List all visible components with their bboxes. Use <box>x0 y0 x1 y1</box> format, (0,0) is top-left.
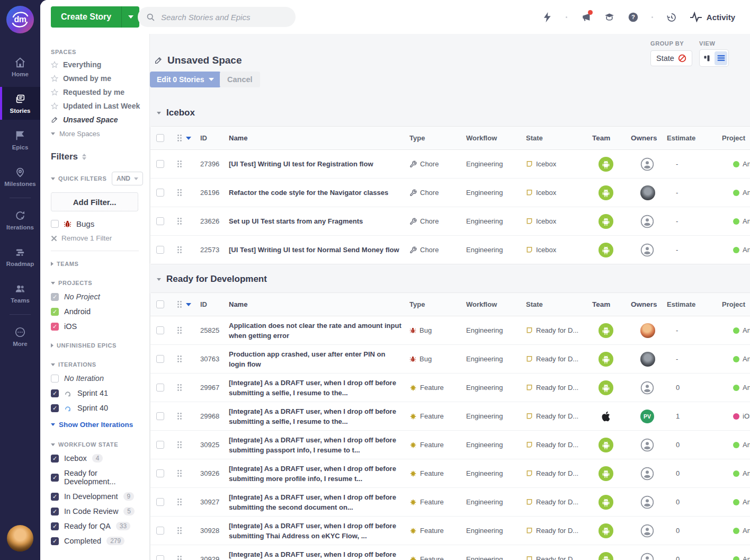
android-team-avatar[interactable] <box>599 552 613 560</box>
column-sort-handle[interactable] <box>169 134 194 143</box>
teams-section-toggle[interactable]: TEAMS <box>51 261 149 267</box>
column-header-name[interactable]: Name <box>225 133 407 143</box>
column-header-workflow[interactable]: Workflow <box>463 300 523 308</box>
create-story-button[interactable]: Create Story <box>51 6 121 28</box>
story-team[interactable] <box>590 352 630 367</box>
story-row[interactable]: 29967[Integrate] As a DRAFT user, when I… <box>150 374 750 402</box>
space-item-unsaved-space[interactable]: Unsaved Space <box>51 115 149 124</box>
story-row[interactable]: 30763Production app crashed, user after … <box>150 345 750 374</box>
story-owners[interactable] <box>630 381 667 395</box>
rail-item-iterations[interactable]: Iterations <box>0 203 40 236</box>
drag-handle[interactable] <box>169 497 194 506</box>
user-avatar[interactable] <box>7 525 33 552</box>
space-item-everything[interactable]: Everything <box>51 60 149 69</box>
story-team[interactable] <box>590 157 630 172</box>
row-checkbox[interactable] <box>156 469 164 477</box>
column-header-team[interactable]: Team <box>590 300 630 308</box>
owner-avatar-photo[interactable] <box>640 352 655 367</box>
story-team[interactable] <box>590 552 630 560</box>
story-name-link[interactable]: [Integrate] As a DRAFT user, when I drop… <box>225 521 407 541</box>
story-team[interactable] <box>590 410 630 423</box>
row-checkbox[interactable] <box>156 441 164 449</box>
column-header-project[interactable]: Project <box>721 300 750 308</box>
project-filter-ios[interactable]: ✓iOS <box>51 322 149 331</box>
bugs-checkbox[interactable] <box>51 220 59 228</box>
help-icon[interactable]: ? <box>628 12 639 23</box>
checkbox[interactable]: ✓ <box>51 308 59 316</box>
android-team-avatar[interactable] <box>599 214 613 229</box>
history-icon[interactable] <box>666 12 677 23</box>
drag-handle[interactable] <box>169 526 194 535</box>
space-item-owned-by-me[interactable]: Owned by me <box>51 74 149 83</box>
checkbox[interactable]: ✓ <box>51 537 59 545</box>
apple-team-avatar[interactable] <box>599 410 613 423</box>
view-list-button[interactable] <box>715 51 727 65</box>
story-row[interactable]: 29968[Integrate] As a DRAFT user, when I… <box>150 402 750 431</box>
workflow-filter-ready-for-qa[interactable]: ✓Ready for QA33 <box>51 522 149 530</box>
row-checkbox[interactable] <box>156 527 164 535</box>
owner-avatar-unassigned[interactable] <box>640 243 654 257</box>
column-sort-handle[interactable] <box>169 300 194 309</box>
row-checkbox[interactable] <box>156 412 164 420</box>
column-header-state[interactable]: State <box>523 300 590 308</box>
story-name-link[interactable]: [Integrate] As a DRAFT user, when I drop… <box>225 464 407 484</box>
column-header-type[interactable]: Type <box>407 134 463 142</box>
story-team[interactable] <box>590 380 630 395</box>
story-team[interactable] <box>590 466 630 481</box>
android-team-avatar[interactable] <box>599 495 613 510</box>
story-row[interactable]: 30928[Integrate] As a DRAFT user, when I… <box>150 517 750 545</box>
workflow-filter-completed[interactable]: ✓Completed279 <box>51 537 149 545</box>
quick-filters-heading[interactable]: QUICK FILTERS <box>51 175 106 182</box>
pencil-icon[interactable] <box>154 56 163 65</box>
checkbox[interactable] <box>51 375 59 383</box>
rail-item-home[interactable]: Home <box>0 50 40 83</box>
row-checkbox[interactable] <box>156 355 164 363</box>
column-header-project[interactable]: Project <box>721 134 750 142</box>
story-row[interactable]: 30929[Integrate] As a DRAFT user, when I… <box>150 545 750 560</box>
search-input[interactable] <box>138 7 296 27</box>
story-row[interactable]: 30925[Integrate] As a DRAFT user, when I… <box>150 431 750 459</box>
drag-handle[interactable] <box>169 245 194 254</box>
drag-handle[interactable] <box>169 217 194 226</box>
story-team[interactable] <box>590 323 630 338</box>
filter-operator-select[interactable]: AND <box>112 172 143 185</box>
android-team-avatar[interactable] <box>599 243 613 257</box>
drag-handle[interactable] <box>169 326 194 335</box>
story-name-link[interactable]: Set up UI Test starts from any Fragments <box>225 216 407 226</box>
filters-sort-icon[interactable] <box>82 154 86 160</box>
checkbox[interactable]: ✓ <box>51 474 59 482</box>
row-checkbox[interactable] <box>156 555 164 560</box>
add-filter-button[interactable]: Add Filter... <box>51 192 138 211</box>
drag-handle[interactable] <box>169 383 194 392</box>
remove-filter-button[interactable]: Remove 1 Filter <box>51 234 149 242</box>
story-row[interactable]: 22573[UI Test] Writing UI test for Norma… <box>150 236 750 264</box>
column-header-id[interactable]: ID <box>194 300 225 308</box>
checkbox[interactable]: ✓ <box>51 404 59 412</box>
column-header-workflow[interactable]: Workflow <box>463 134 523 142</box>
rail-item-teams[interactable]: Teams <box>0 277 40 309</box>
select-all-checkbox[interactable] <box>156 134 164 142</box>
workspace-logo[interactable]: dm <box>6 6 34 33</box>
workflow-filter-in-code-review[interactable]: ✓In Code Review5 <box>51 507 149 515</box>
owner-avatar-unassigned[interactable] <box>640 467 654 481</box>
edit-stories-button[interactable]: Edit 0 Stories <box>150 72 221 87</box>
cancel-button[interactable]: Cancel <box>220 72 260 87</box>
android-team-avatar[interactable] <box>599 157 613 172</box>
row-checkbox[interactable] <box>156 160 164 168</box>
story-team[interactable] <box>590 495 630 510</box>
owner-avatar-photo[interactable] <box>640 323 655 338</box>
story-owners[interactable] <box>630 524 667 538</box>
row-checkbox[interactable] <box>156 217 164 225</box>
story-owners[interactable] <box>630 467 667 481</box>
story-row[interactable]: 30926[Integrate] As a DRAFT user, when I… <box>150 459 750 488</box>
select-all-checkbox[interactable] <box>156 300 164 308</box>
rail-item-milestones[interactable]: Milestones <box>0 160 40 193</box>
story-row[interactable]: 30927[Integrate] As a DRAFT user, when I… <box>150 488 750 517</box>
drag-handle[interactable] <box>169 159 194 168</box>
column-header-state[interactable]: State <box>523 134 590 142</box>
checkbox[interactable]: ✓ <box>51 493 59 501</box>
checkbox[interactable]: ✓ <box>51 522 59 530</box>
story-row[interactable]: 23626Set up UI Test starts from any Frag… <box>150 207 750 236</box>
story-team[interactable] <box>590 523 630 538</box>
space-item-requested-by-me[interactable]: Requested by me <box>51 88 149 96</box>
